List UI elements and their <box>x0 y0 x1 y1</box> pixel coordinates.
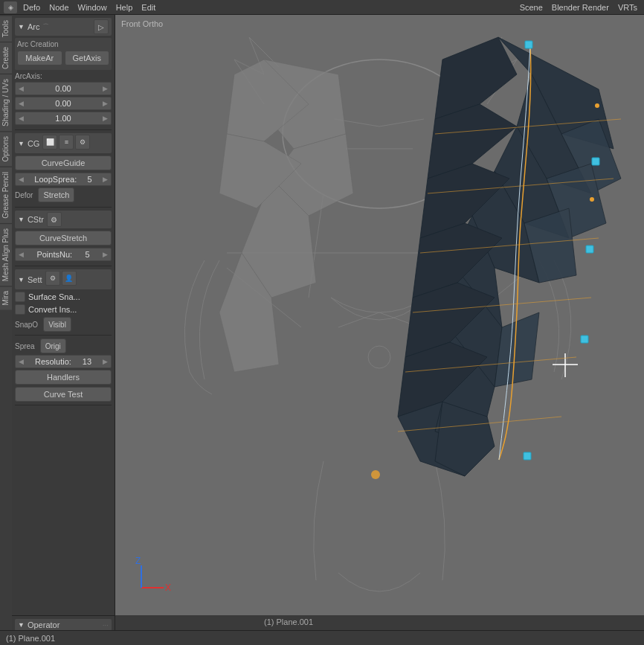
curve-test-button[interactable]: Curve Test <box>15 387 112 402</box>
curve-stretch-button[interactable]: CurveStretch <box>15 231 112 246</box>
tab-mesh-align[interactable]: Mesh Align Plus <box>0 223 12 286</box>
resolution-right-arrow[interactable]: ▶ <box>103 358 108 365</box>
resolution-input[interactable]: ◀ Resolutio: 13 ▶ <box>15 355 112 368</box>
arc-section: ▼ Arc ⌒ ▷ Arc Creation MakeAr GetAxis Ar… <box>15 18 112 130</box>
convert-ins-checkbox[interactable] <box>15 304 25 315</box>
svg-rect-36 <box>525 41 532 48</box>
arc-axis-x-input[interactable]: ◀ 0.00 ▶ <box>15 82 112 95</box>
operator-arrow-icon: ▼ <box>18 621 25 629</box>
surface-snap-label: Surface Sna... <box>28 292 80 301</box>
cstr-icon[interactable]: ⚙ <box>47 212 62 227</box>
arc-axis-label: ArcAxis: <box>15 72 112 80</box>
cstr-arrow-icon: ▼ <box>18 216 25 223</box>
cg-icon1[interactable]: ⬜ <box>42 135 57 150</box>
points-nu-value: 5 <box>85 250 89 259</box>
bottom-plane-label: (1) Plane.001 <box>6 634 55 643</box>
operator-dots: ··· <box>103 621 109 629</box>
origi-button[interactable]: Origi <box>40 338 66 353</box>
svg-point-55 <box>371 470 380 479</box>
arc-z-left-arrow[interactable]: ◀ <box>19 115 24 122</box>
curve-guide-button[interactable]: CurveGuide <box>15 155 112 170</box>
settings-icon2[interactable]: 👤 <box>62 271 77 286</box>
cg-section: ▼ CG ⬜ ≡ ⚙ CurveGuide ◀ LoopSprea: 5 ▶ D… <box>15 133 112 208</box>
tab-options[interactable]: Options <box>0 131 12 166</box>
get-axis-button[interactable]: GetAxis <box>65 51 110 65</box>
arc-arrow-icon: ▼ <box>18 23 25 31</box>
svg-point-42 <box>590 197 594 202</box>
arc-header-label: Arc <box>28 22 40 31</box>
top-menu-bar: ◈ Defo Node Window Help Edit Scene Blend… <box>0 0 644 15</box>
loop-spread-left-arrow[interactable]: ◀ <box>19 176 24 183</box>
scene-svg: X Z (1) Plane.001 <box>115 15 644 630</box>
points-nu-right-arrow[interactable]: ▶ <box>103 251 108 258</box>
arc-axis-z-input[interactable]: ◀ 1.00 ▶ <box>15 112 112 125</box>
viewport-label: Front Ortho <box>121 19 163 28</box>
points-nu-left-arrow[interactable]: ◀ <box>19 251 24 258</box>
tab-mira[interactable]: Mira <box>0 286 12 309</box>
arc-section-header[interactable]: ▼ Arc ⌒ ▷ <box>15 18 112 36</box>
menu-scene[interactable]: Scene <box>516 2 547 13</box>
make-arc-button[interactable]: MakeAr <box>17 51 62 65</box>
operator-header[interactable]: ▼ Operator ··· <box>15 619 112 631</box>
resolution-value: 13 <box>83 357 91 366</box>
settings-section-header[interactable]: ▼ Sett ⚙ 👤 <box>15 269 112 289</box>
settings-section: ▼ Sett ⚙ 👤 Surface Sna... Convert Ins...… <box>15 269 112 405</box>
cg-section-header[interactable]: ▼ CG ⬜ ≡ ⚙ <box>15 133 112 153</box>
menu-window[interactable]: Window <box>74 2 111 13</box>
arc-axis-y-value: 0.00 <box>55 99 71 108</box>
arc-axis-z-value: 1.00 <box>55 114 71 123</box>
settings-icon1[interactable]: ⚙ <box>45 271 60 286</box>
arc-icon-btn[interactable]: ▷ <box>94 19 109 34</box>
tab-shading-uvs[interactable]: Shading / UVs <box>0 74 12 131</box>
left-sidebar: ▼ Arc ⌒ ▷ Arc Creation MakeAr GetAxis Ar… <box>0 15 115 645</box>
arc-creation-label: Arc Creation <box>17 40 109 48</box>
arc-y-right-arrow[interactable]: ▶ <box>103 100 108 107</box>
surface-snap-checkbox[interactable] <box>15 292 25 302</box>
menu-node[interactable]: Node <box>45 2 72 13</box>
arc-x-right-arrow[interactable]: ▶ <box>103 85 108 92</box>
arc-axis-x-value: 0.00 <box>55 84 71 93</box>
loop-spread-right-arrow[interactable]: ▶ <box>103 176 108 183</box>
cg-icon2[interactable]: ≡ <box>59 135 74 150</box>
arc-axis-y-input[interactable]: ◀ 0.00 ▶ <box>15 97 112 110</box>
menu-edit[interactable]: Edit <box>138 2 159 13</box>
menu-help[interactable]: Help <box>112 2 137 13</box>
arc-icon: ⌒ <box>42 22 49 32</box>
tab-grease-pencil[interactable]: Grease Pencil <box>0 167 12 223</box>
menu-render[interactable]: Blender Render <box>548 2 613 13</box>
handlers-button[interactable]: Handlers <box>15 370 112 385</box>
snap-o-label: SnapO <box>15 321 38 329</box>
tab-create[interactable]: Create <box>0 42 12 74</box>
convert-ins-label: Convert Ins... <box>28 305 77 314</box>
tab-tools[interactable]: Tools <box>0 15 12 42</box>
svg-text:(1) Plane.001: (1) Plane.001 <box>264 617 313 626</box>
svg-text:Z: Z <box>135 556 141 566</box>
settings-header-label: Sett <box>28 275 42 284</box>
cg-header-label: CG <box>28 139 40 148</box>
loop-spread-label: LoopSprea: <box>34 175 77 184</box>
main-viewport[interactable]: Front Ortho <box>115 15 644 630</box>
points-nu-input[interactable]: ◀ PointsNu: 5 ▶ <box>15 248 112 261</box>
visibl-button[interactable]: Visibl <box>43 317 71 332</box>
menu-vrts[interactable]: VRTs <box>614 2 641 13</box>
cstr-section-header[interactable]: ▼ CStr ⚙ <box>15 211 112 228</box>
resolution-label: Resolutio: <box>35 357 71 366</box>
resolution-left-arrow[interactable]: ◀ <box>19 358 24 365</box>
menu-defo[interactable]: Defo <box>19 2 44 13</box>
cstr-section: ▼ CStr ⚙ CurveStretch ◀ PointsNu: 5 ▶ <box>15 211 112 266</box>
arc-y-left-arrow[interactable]: ◀ <box>19 100 24 107</box>
sidebar-scroll-area: ▼ Arc ⌒ ▷ Arc Creation MakeAr GetAxis Ar… <box>12 15 115 608</box>
loop-spread-input[interactable]: ◀ LoopSprea: 5 ▶ <box>15 173 112 186</box>
stretch-button[interactable]: Stretch <box>38 187 74 202</box>
sprea-label: Sprea <box>15 342 35 350</box>
arc-z-right-arrow[interactable]: ▶ <box>103 115 108 122</box>
svg-rect-37 <box>592 158 599 165</box>
arc-x-left-arrow[interactable]: ◀ <box>19 85 24 92</box>
svg-rect-40 <box>524 452 531 460</box>
cg-icon3[interactable]: ⚙ <box>75 135 90 150</box>
vertical-tabs: Tools Create Shading / UVs Options Greas… <box>0 15 12 645</box>
operator-header-label: Operator <box>28 620 59 629</box>
blender-logo-icon: ◈ <box>4 1 17 13</box>
cstr-header-label: CStr <box>28 215 44 224</box>
svg-rect-39 <box>581 336 588 343</box>
